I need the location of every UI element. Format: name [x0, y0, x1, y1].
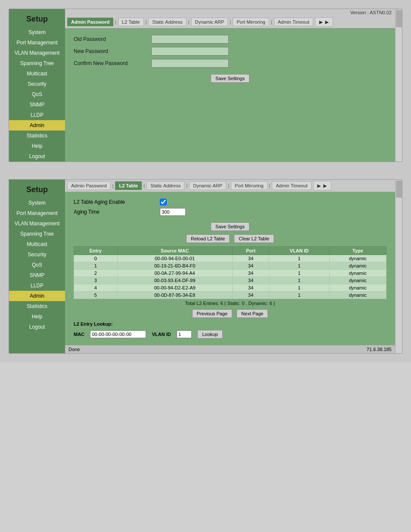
cell-type: dynamic [329, 292, 386, 299]
save-settings-button-p2[interactable]: Save Settings [211, 222, 249, 231]
sidebar-item-snmp-p2[interactable]: SNMP [9, 270, 65, 280]
mac-label: MAC [74, 332, 84, 337]
page-actions-p2: Previous Page Next Page [74, 309, 386, 318]
cell-mac: 00-00-94-E0-00-01 [117, 255, 232, 262]
new-password-row: New Password [74, 47, 386, 56]
sidebar-item-security-p1[interactable]: Security [9, 79, 65, 89]
sidebar-item-lldp-p1[interactable]: LLDP [9, 110, 65, 120]
vlanid-lookup-input[interactable] [177, 330, 192, 338]
tab-next-btn-p1[interactable]: ►► [315, 17, 333, 27]
reload-l2table-button[interactable]: Reload L2 Table [186, 234, 230, 243]
next-page-button[interactable]: Next Page [237, 309, 268, 318]
sidebar-item-logout-p2[interactable]: Logout [9, 322, 65, 332]
tab-l2table-p2[interactable]: L2 Table [115, 181, 142, 190]
sidebar-item-security-p2[interactable]: Security [9, 249, 65, 260]
tab-admin-password-p1[interactable]: Admin Password [67, 18, 113, 26]
save-settings-row-p2: Save Settings [74, 222, 386, 231]
sidebar-item-snmp-p1[interactable]: SNMP [9, 100, 65, 110]
sep3-p2: | [185, 183, 188, 188]
cell-type: dynamic [329, 284, 386, 292]
sidebar-item-vlanmgmt-p1[interactable]: VLAN Management [9, 48, 65, 58]
sidebar-panel2: Setup System Port Management VLAN Manage… [9, 180, 65, 353]
aging-enable-label: L2 Table Aging Enable [74, 199, 160, 205]
cell-port: 34 [232, 262, 269, 270]
col-source-mac: Source MAC [117, 247, 232, 255]
col-port: Port [232, 247, 269, 255]
sidebar-item-help-p1[interactable]: Help [9, 141, 65, 151]
sep1: | [114, 19, 117, 25]
tab-bar-p2: Admin Password | L2 Table | Static Addre… [65, 180, 395, 192]
cell-entry: 3 [74, 277, 118, 284]
sidebar-item-statistics-p2[interactable]: Statistics [9, 301, 65, 311]
table-row: 100-19-21-6D-B4-F0341dynamic [74, 262, 386, 270]
sidebar-item-system-p1[interactable]: System [9, 27, 65, 37]
sidebar-item-statistics-p1[interactable]: Statistics [9, 131, 65, 141]
old-password-input[interactable] [151, 35, 229, 44]
scrollbar-p1[interactable] [395, 9, 402, 162]
aging-enable-checkbox[interactable] [160, 199, 167, 205]
sidebar-item-qos-p2[interactable]: QoS [9, 260, 65, 270]
tab-port-mirroring-p1[interactable]: Port Mirroring [233, 18, 269, 26]
sidebar-item-qos-p1[interactable]: QoS [9, 89, 65, 100]
tab-port-mirroring-p2[interactable]: Port Mirroring [231, 181, 268, 190]
sidebar-item-admin-p1[interactable]: Admin [9, 120, 65, 131]
sidebar-item-portmgmt-p2[interactable]: Port Management [9, 208, 65, 218]
bottom-bar-p2: Done 71.6.38.185 [65, 345, 395, 353]
cell-mac: 00-0A-27-99-94-A4 [117, 270, 232, 277]
ip-address: 71.6.38.185 [367, 347, 392, 352]
sidebar-item-multicast-p1[interactable]: Multicast [9, 68, 65, 79]
sidebar-item-admin-p2[interactable]: Admin [9, 291, 65, 301]
sidebar-item-portmgmt-p1[interactable]: Port Management [9, 37, 65, 48]
tab-l2table-p1[interactable]: L2 Table [118, 18, 143, 26]
sidebar-item-system-p2[interactable]: System [9, 198, 65, 208]
previous-page-button[interactable]: Previous Page [192, 309, 233, 318]
cell-vlan: 1 [269, 284, 330, 292]
new-password-label: New Password [74, 48, 151, 54]
save-settings-button-p1[interactable]: Save Settings [211, 74, 249, 83]
version-bar-p1: Version : ASTN0.02 [65, 9, 395, 16]
table-row: 500-0D-87-95-34-E8341dynamic [74, 292, 386, 299]
tab-next-btn-p2[interactable]: ►► [313, 181, 331, 190]
cell-entry: 1 [74, 262, 118, 270]
tab-admin-timeout-p2[interactable]: Admin Timeout [272, 181, 311, 190]
tab-static-addr-p1[interactable]: Static Address [148, 18, 186, 26]
table-actions-p2: Reload L2 Table Clear L2 Table [74, 234, 386, 243]
l2-table: Entry Source MAC Port VLAN ID Type 000-0… [74, 246, 386, 299]
panel-l2table: Setup System Port Management VLAN Manage… [9, 179, 402, 354]
confirm-password-input[interactable] [151, 59, 229, 68]
cell-port: 34 [232, 270, 269, 277]
sidebar-item-spanning-p1[interactable]: Spanning Tree [9, 58, 65, 68]
tab-dynamic-arp-p1[interactable]: Dynamic ARP [191, 18, 228, 26]
panel-admin-password: Setup System Port Management VLAN Manage… [9, 9, 402, 162]
l2-lookup-inputs: MAC VLAN ID Lookup [74, 330, 386, 339]
sidebar-panel1: Setup System Port Management VLAN Manage… [9, 9, 65, 162]
lookup-button[interactable]: Lookup [197, 330, 222, 339]
save-settings-row-p1: Save Settings [74, 74, 386, 83]
table-row: 000-00-94-E0-00-01341dynamic [74, 255, 386, 262]
sidebar-item-help-p2[interactable]: Help [9, 311, 65, 322]
tab-admin-timeout-p1[interactable]: Admin Timeout [274, 18, 313, 26]
sidebar-item-multicast-p2[interactable]: Multicast [9, 239, 65, 249]
cell-type: dynamic [329, 262, 386, 270]
mac-lookup-input[interactable] [90, 330, 146, 338]
cell-vlan: 1 [269, 270, 330, 277]
tab-admin-password-p2[interactable]: Admin Password [67, 181, 111, 190]
sep5-p2: | [268, 183, 271, 188]
confirm-password-row: Confirm New Password [74, 59, 386, 68]
sidebar-item-lldp-p2[interactable]: LLDP [9, 280, 65, 291]
cell-mac: 00-19-21-6D-B4-F0 [117, 262, 232, 270]
sidebar-item-vlanmgmt-p2[interactable]: VLAN Management [9, 218, 65, 229]
table-row: 400-00-94-D2-E2-A9341dynamic [74, 284, 386, 292]
l2-entry-lookup-row: L2 Entry Lookup: [74, 321, 386, 327]
scrollbar-p2[interactable] [395, 180, 402, 353]
sidebar-item-spanning-p2[interactable]: Spanning Tree [9, 229, 65, 239]
lookup-label: L2 Entry Lookup: [74, 321, 112, 327]
sidebar-item-logout-p1[interactable]: Logout [9, 151, 65, 162]
main-content-panel2: Admin Password | L2 Table | Static Addre… [65, 180, 395, 353]
tab-static-addr-p2[interactable]: Static Address [146, 181, 184, 190]
new-password-input[interactable] [151, 47, 229, 56]
aging-time-input[interactable] [160, 208, 186, 216]
table-row: 200-0A-27-99-94-A4341dynamic [74, 270, 386, 277]
tab-dynamic-arp-p2[interactable]: Dynamic ARP [189, 181, 226, 190]
clear-l2table-button[interactable]: Clear L2 Table [234, 234, 274, 243]
